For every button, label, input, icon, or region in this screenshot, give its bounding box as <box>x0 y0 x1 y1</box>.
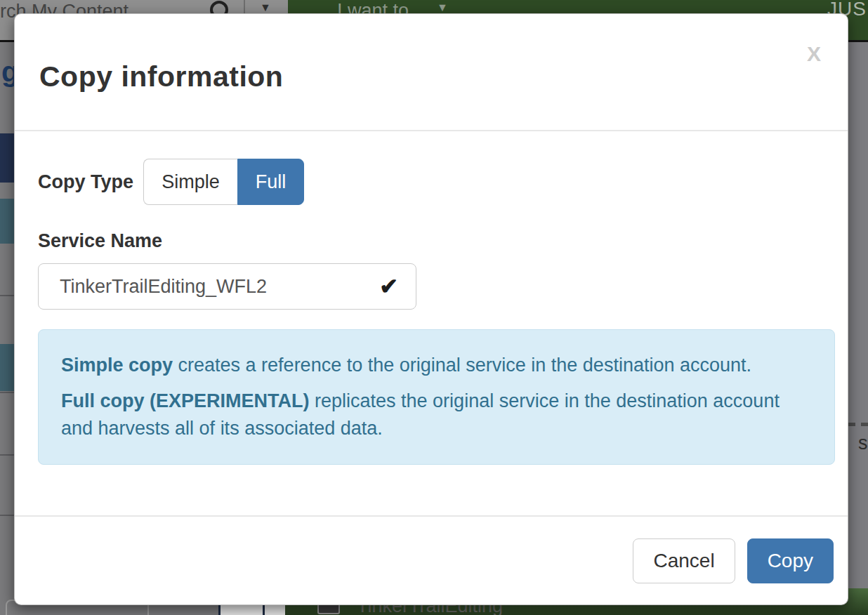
copy-button[interactable]: Copy <box>747 538 834 583</box>
simple-copy-description: Simple copy creates a reference to the o… <box>61 352 812 379</box>
background-row-separator <box>0 295 15 296</box>
background-row-separator <box>0 392 15 393</box>
full-copy-term: Full copy (EXPERIMENTAL) <box>61 390 310 411</box>
cancel-button[interactable]: Cancel <box>633 538 735 583</box>
background-left-strip <box>0 42 15 615</box>
service-name-label: Service Name <box>38 230 824 252</box>
copy-type-info-box: Simple copy creates a reference to the o… <box>38 329 835 465</box>
dialog-footer: Cancel Copy <box>15 515 848 604</box>
background-row-band <box>0 133 15 183</box>
copy-information-dialog: X Copy information Copy Type Simple Full… <box>14 13 848 605</box>
valid-checkmark-icon: ✔ <box>379 273 398 300</box>
service-name-input[interactable] <box>38 263 416 310</box>
background-row-separator <box>0 515 15 516</box>
dialog-header: Copy information <box>15 14 848 131</box>
simple-copy-term: Simple copy <box>61 355 173 376</box>
copy-type-label: Copy Type <box>38 171 133 193</box>
i-want-to-caret-icon: ▼ <box>437 1 448 14</box>
simple-copy-text: creates a reference to the original serv… <box>173 355 751 376</box>
copy-type-full-button[interactable]: Full <box>237 159 304 205</box>
background-row-separator <box>0 454 15 456</box>
background-right-strip: s <box>848 42 868 615</box>
dialog-title: Copy information <box>39 60 823 93</box>
service-name-field-wrap: ✔ <box>38 263 416 310</box>
full-copy-description: Full copy (EXPERIMENTAL) replicates the … <box>61 388 812 442</box>
background-row-band <box>0 199 15 244</box>
background-dashed-divider <box>848 423 868 426</box>
background-text-fragment: s <box>858 432 868 454</box>
copy-type-toggle-group: Simple Full <box>143 159 304 205</box>
search-dropdown-caret-icon: ▼ <box>260 1 271 14</box>
copy-type-row: Copy Type Simple Full <box>38 159 824 205</box>
background-row-band <box>0 344 15 391</box>
copy-type-simple-button[interactable]: Simple <box>143 159 237 205</box>
dialog-body: Copy Type Simple Full Service Name ✔ Sim… <box>15 131 848 465</box>
close-icon[interactable]: X <box>807 42 821 66</box>
